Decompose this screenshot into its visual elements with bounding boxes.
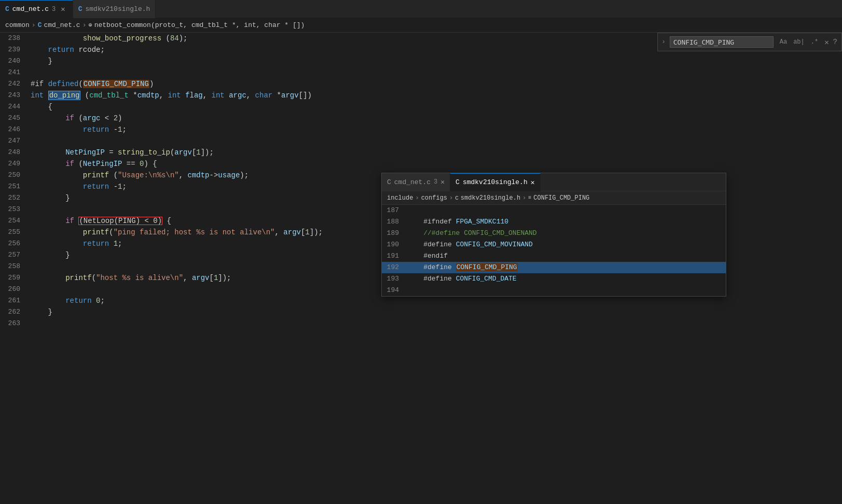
table-row: 245 if (argc < 2)	[0, 113, 842, 124]
peek-code[interactable]: 187 188 #ifndef FPGA_SMDKC110 189 //#def…	[382, 205, 726, 296]
line-number: 251	[0, 181, 29, 192]
line-content[interactable]: if (argc < 2)	[29, 113, 842, 124]
peek-breadcrumb-configs[interactable]: configs	[421, 194, 447, 202]
line-number: 249	[0, 158, 29, 170]
line-content[interactable]: }	[29, 55, 842, 67]
peek-tab-bar: C cmd_net.c 3 ✕ C smdkv210single.h ✕	[382, 173, 726, 191]
line-number: 261	[0, 295, 29, 306]
breadcrumb-file[interactable]: cmd_net.c	[44, 21, 80, 29]
tab-smdkv210[interactable]: C smdkv210single.h	[73, 0, 156, 18]
peek-line-content: #define CONFIG_CMD_MOVINAND	[405, 239, 726, 250]
breadcrumb-func-icon: ⊕	[88, 21, 92, 29]
line-number: 239	[0, 44, 29, 55]
line-number: 241	[0, 67, 29, 78]
line-number: 262	[0, 306, 29, 318]
peek-line-number: 193	[382, 273, 405, 285]
editor-container: › Aa ab| .* ✕ ? 238 show_boot_progress (…	[0, 33, 842, 504]
peek-row: 189 //#define CONFIG_CMD_ONENAND	[382, 228, 726, 239]
peek-row: 187	[382, 205, 726, 216]
table-row: 240 }	[0, 55, 842, 67]
help-button[interactable]: ?	[833, 38, 837, 46]
line-number: 245	[0, 113, 29, 124]
peek-sep-1: ›	[415, 194, 419, 202]
line-number: 238	[0, 33, 29, 44]
table-row: 243 int do_ping (cmd_tbl_t *cmdtp, int f…	[0, 90, 842, 101]
whole-word-button[interactable]: ab|	[791, 38, 807, 46]
peek-line-number: 190	[382, 239, 405, 250]
tab-number: 3	[52, 6, 56, 13]
peek-row: 191 #endif	[382, 250, 726, 262]
line-number: 252	[0, 192, 29, 204]
peek-line-content: #define CONFIG_CMD_PING	[405, 262, 726, 273]
peek-close-tab-2[interactable]: ✕	[531, 178, 535, 187]
line-content[interactable]: {	[29, 101, 842, 113]
tab-cmd-net[interactable]: C cmd_net.c 3 ✕	[0, 0, 73, 18]
table-row: 263	[0, 318, 842, 329]
line-content[interactable]: #if defined(CONFIG_CMD_PING)	[29, 78, 842, 90]
tab-label-2: smdkv210single.h	[85, 5, 150, 13]
breadcrumb-sep-2: ›	[82, 21, 87, 29]
line-content[interactable]: return -1;	[29, 124, 842, 135]
table-row: 241	[0, 67, 842, 78]
breadcrumb-common[interactable]: common	[5, 21, 30, 29]
search-input[interactable]	[670, 36, 774, 48]
peek-tab-smdkv210[interactable]: C smdkv210single.h ✕	[450, 173, 540, 191]
tab-label: cmd_net.c	[12, 5, 49, 13]
table-row: 247	[0, 135, 842, 147]
line-number: 242	[0, 78, 29, 90]
peek-line-content: #define CONFIG_CMD_DATE	[405, 273, 726, 285]
line-content[interactable]: return 0;	[29, 295, 842, 306]
line-number: 240	[0, 55, 29, 67]
peek-line-number: 189	[382, 228, 405, 239]
line-number: 255	[0, 227, 29, 238]
breadcrumb-c-icon: C	[38, 21, 42, 29]
close-search-button[interactable]: ✕	[824, 38, 829, 47]
peek-panel: C cmd_net.c 3 ✕ C smdkv210single.h ✕ inc…	[381, 173, 726, 297]
regex-button[interactable]: .*	[809, 38, 820, 46]
line-number: 258	[0, 261, 29, 272]
peek-c-icon-1: C	[387, 178, 391, 186]
line-content[interactable]: NetPingIP = string_to_ip(argv[1]);	[29, 147, 842, 158]
line-content[interactable]: }	[29, 306, 842, 318]
line-number: 259	[0, 272, 29, 284]
peek-row: 193 #define CONFIG_CMD_DATE	[382, 273, 726, 285]
table-row: 248 NetPingIP = string_to_ip(argv[1]);	[0, 147, 842, 158]
peek-line-content: //#define CONFIG_CMD_ONENAND	[405, 228, 726, 239]
line-number: 244	[0, 101, 29, 113]
peek-tab-cmd-net[interactable]: C cmd_net.c 3 ✕	[382, 173, 450, 191]
line-content[interactable]: int do_ping (cmd_tbl_t *cmdtp, int flag,…	[29, 90, 842, 101]
line-number: 253	[0, 204, 29, 215]
search-collapse-icon[interactable]: ›	[662, 38, 666, 46]
line-content[interactable]: if (NetPingIP == 0) {	[29, 158, 842, 170]
line-number: 260	[0, 284, 29, 295]
peek-line-content: #endif	[405, 250, 726, 262]
peek-sep-3: ›	[522, 194, 526, 202]
close-tab-button[interactable]: ✕	[59, 4, 67, 15]
line-number: 256	[0, 238, 29, 249]
peek-breadcrumb-include[interactable]: include	[387, 194, 413, 202]
tab-bar: C cmd_net.c 3 ✕ C smdkv210single.h	[0, 0, 842, 18]
peek-tab-label-1: cmd_net.c	[394, 178, 431, 186]
peek-bc-config-icon: ≡	[528, 195, 531, 201]
line-number: 247	[0, 135, 29, 147]
peek-row: 192 #define CONFIG_CMD_PING	[382, 262, 726, 273]
peek-tab-label-2: smdkv210single.h	[463, 178, 528, 186]
match-case-button[interactable]: Aa	[778, 38, 789, 46]
peek-breadcrumb-file[interactable]: smdkv210single.h	[461, 194, 520, 202]
peek-breadcrumb: include › configs › C smdkv210single.h ›…	[382, 191, 726, 205]
breadcrumb-func[interactable]: netboot_common(proto_t, cmd_tbl_t *, int…	[94, 21, 305, 29]
peek-c-icon-2: C	[455, 178, 460, 186]
peek-row: 190 #define CONFIG_CMD_MOVINAND	[382, 239, 726, 250]
peek-tab-number-1: 3	[434, 178, 437, 186]
line-number: 257	[0, 249, 29, 261]
peek-line-number: 192	[382, 262, 405, 273]
breadcrumb: common › C cmd_net.c › ⊕ netboot_common(…	[0, 18, 842, 33]
peek-line-number: 194	[382, 285, 405, 296]
table-row: 262 }	[0, 306, 842, 318]
table-row: 249 if (NetPingIP == 0) {	[0, 158, 842, 170]
peek-close-tab-1[interactable]: ✕	[440, 178, 445, 186]
peek-sep-2: ›	[449, 194, 453, 202]
peek-line-number: 187	[382, 205, 405, 216]
peek-breadcrumb-config[interactable]: CONFIG_CMD_PING	[533, 194, 589, 202]
line-number: 254	[0, 215, 29, 227]
